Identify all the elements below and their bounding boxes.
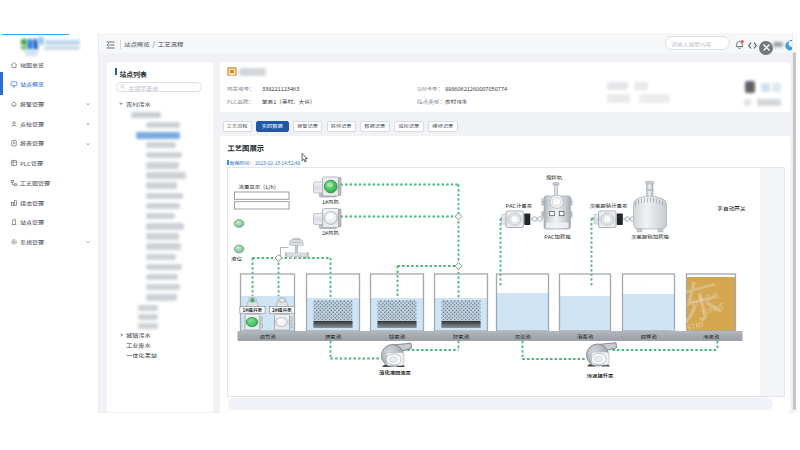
svg-text:消化液回流泵: 消化液回流泵	[379, 369, 411, 377]
svg-text:取样池: 取样池	[640, 333, 657, 341]
svg-text:2#提升泵: 2#提升泵	[271, 306, 291, 313]
svg-text:污泥池: 污泥池	[702, 333, 719, 341]
svg-text:1#提升泵: 1#提升泵	[242, 306, 262, 313]
svg-text:液位: 液位	[231, 255, 242, 263]
svg-text:消毒池: 消毒池	[576, 333, 593, 341]
svg-text:1#风机: 1#风机	[322, 198, 339, 206]
svg-text:次氯酸钠加药箱: 次氯酸钠加药箱	[631, 233, 669, 241]
svg-text:手自动开关: 手自动开关	[717, 204, 746, 213]
svg-text:污泥提升泵: 污泥提升泵	[586, 372, 613, 380]
svg-text:流量显示（L/h）: 流量显示（L/h）	[238, 183, 279, 191]
svg-text:调节池: 调节池	[259, 333, 276, 341]
svg-text:PAC计量泵: PAC计量泵	[505, 202, 532, 210]
svg-text:搅拌机: 搅拌机	[545, 174, 562, 182]
svg-text:好氧池: 好氧池	[452, 333, 469, 341]
svg-text:缺氧池: 缺氧池	[388, 333, 405, 341]
svg-text:PAC加药箱: PAC加药箱	[544, 233, 571, 241]
svg-text:厌氧池: 厌氧池	[324, 333, 341, 341]
svg-text:2#风机: 2#风机	[322, 229, 339, 237]
svg-text:沉淀池: 沉淀池	[514, 333, 531, 341]
svg-text:次氯酸钠计量泵: 次氯酸钠计量泵	[589, 202, 627, 210]
